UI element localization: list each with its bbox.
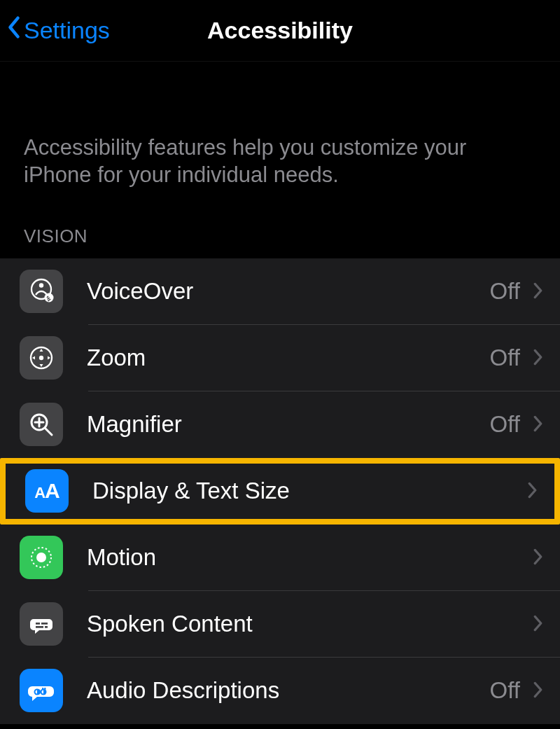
chevron-right-icon (533, 277, 543, 306)
svg-rect-17 (36, 626, 43, 628)
svg-rect-18 (45, 626, 48, 628)
chevron-right-icon (527, 476, 538, 506)
bottom-spacer (0, 724, 560, 730)
row-motion[interactable]: Motion (0, 525, 560, 591)
chevron-right-icon (533, 343, 543, 373)
row-magnifier[interactable]: Magnifier Off (0, 391, 560, 458)
section-header-vision: VISION (0, 217, 560, 258)
row-status: Off (490, 411, 520, 438)
row-zoom[interactable]: Zoom Off (0, 325, 560, 391)
row-status: Off (490, 345, 520, 371)
back-label: Settings (24, 17, 110, 44)
svg-marker-5 (40, 349, 43, 352)
svg-point-14 (36, 553, 46, 562)
row-display-text-size[interactable]: AA Display & Text Size (6, 464, 554, 519)
chevron-left-icon (7, 15, 21, 43)
chevron-right-icon (533, 676, 543, 705)
svg-point-4 (39, 356, 43, 360)
svg-marker-7 (32, 356, 35, 360)
row-label: Display & Text Size (92, 478, 514, 504)
row-label: Audio Descriptions (87, 677, 490, 704)
svg-marker-8 (48, 356, 50, 360)
row-label: Zoom (87, 345, 490, 371)
row-status: Off (490, 278, 520, 305)
row-label: Spoken Content (87, 611, 520, 637)
row-label: VoiceOver (87, 278, 490, 305)
svg-point-1 (39, 283, 43, 287)
row-label: Motion (87, 544, 520, 571)
svg-rect-16 (41, 623, 48, 625)
highlight-annotation: AA Display & Text Size (0, 458, 560, 525)
chevron-right-icon (533, 410, 543, 439)
motion-icon (20, 536, 63, 579)
row-label: Magnifier (87, 411, 490, 438)
back-button[interactable]: Settings (7, 17, 110, 45)
row-voiceover[interactable]: VoiceOver Off (0, 258, 560, 325)
magnifier-icon (20, 403, 63, 446)
row-status: Off (490, 677, 520, 704)
zoom-icon (20, 336, 63, 380)
spoken-content-icon (20, 602, 63, 646)
voiceover-icon (20, 270, 63, 313)
row-audio-descriptions[interactable]: ” Audio Descriptions Off (0, 658, 560, 724)
intro-text: Accessibility features help you customiz… (0, 62, 560, 217)
settings-list: VoiceOver Off Zoom Off (0, 258, 560, 724)
svg-line-12 (46, 429, 52, 435)
row-spoken-content[interactable]: Spoken Content (0, 591, 560, 658)
chevron-right-icon (533, 543, 543, 572)
audio-descriptions-icon: ” (20, 669, 63, 712)
chevron-right-icon (533, 609, 543, 639)
text-size-icon: AA (25, 469, 69, 513)
navbar: Settings Accessibility (0, 0, 560, 62)
svg-marker-6 (40, 364, 43, 367)
svg-rect-15 (36, 623, 40, 625)
